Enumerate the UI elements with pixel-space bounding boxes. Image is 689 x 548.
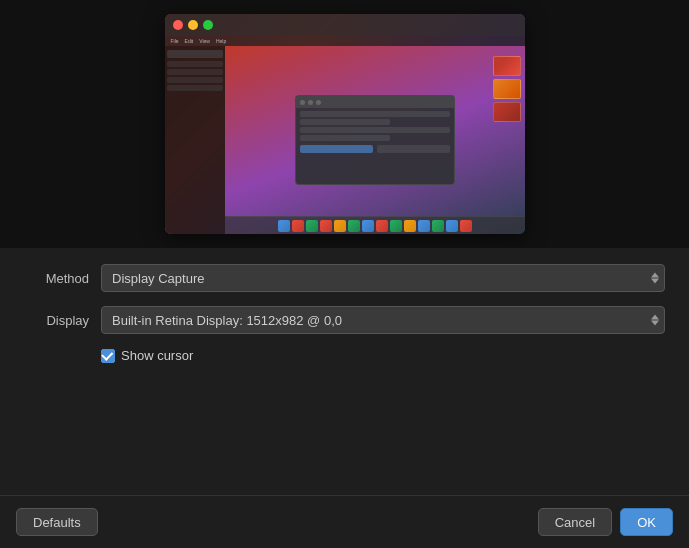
maximize-dot [203,20,213,30]
dock [225,216,525,234]
preview-area: FileEditViewHelp [0,0,689,248]
defaults-button[interactable]: Defaults [16,508,98,536]
close-dot [173,20,183,30]
display-select-wrapper: Built-in Retina Display: 1512x982 @ 0,0 [101,306,665,334]
method-select-wrapper: Display CaptureWindow CaptureGame Captur… [101,264,665,292]
cancel-button[interactable]: Cancel [538,508,612,536]
method-label: Method [24,271,89,286]
preview-main [225,46,525,234]
show-cursor-checkbox[interactable] [101,349,115,363]
minimize-dot [188,20,198,30]
show-cursor-label: Show cursor [121,348,193,363]
display-row: Display Built-in Retina Display: 1512x98… [24,306,665,334]
menu-bar: FileEditViewHelp [165,36,525,46]
right-buttons: Cancel OK [538,508,673,536]
show-cursor-checkbox-wrapper[interactable]: Show cursor [101,348,193,363]
show-cursor-row: Show cursor [101,348,665,363]
method-row: Method Display CaptureWindow CaptureGame… [24,264,665,292]
ok-button[interactable]: OK [620,508,673,536]
form-section: Method Display CaptureWindow CaptureGame… [0,248,689,495]
preview-sidebar [165,46,225,234]
footer: Defaults Cancel OK [0,495,689,548]
display-select[interactable]: Built-in Retina Display: 1512x982 @ 0,0 [101,306,665,334]
preview-screenshot: FileEditViewHelp [165,14,525,234]
inner-dialog [295,95,455,185]
method-select[interactable]: Display CaptureWindow CaptureGame Captur… [101,264,665,292]
display-label: Display [24,313,89,328]
desktop-icons [493,56,521,122]
